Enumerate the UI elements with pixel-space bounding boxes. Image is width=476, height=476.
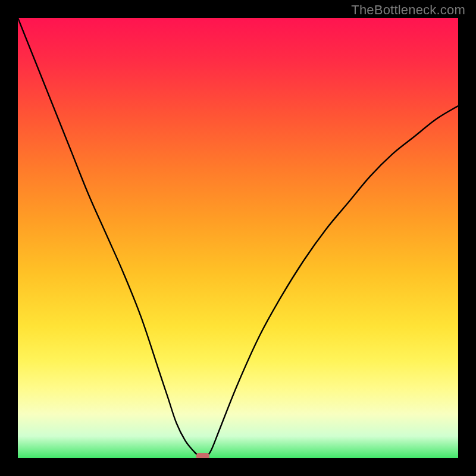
plot-area	[18, 18, 458, 458]
bottleneck-curve	[18, 18, 458, 456]
chart-container: TheBottleneck.com	[0, 0, 476, 476]
curve-layer	[18, 18, 458, 458]
minimum-marker	[196, 453, 209, 458]
watermark-text: TheBottleneck.com	[351, 2, 465, 18]
